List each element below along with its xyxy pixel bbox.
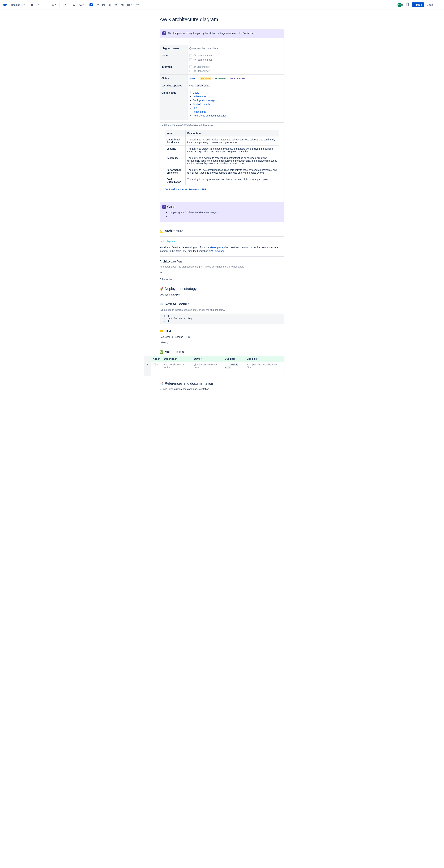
image-button[interactable]	[101, 2, 106, 8]
add-diagram-link[interactable]: <Add diagram>	[160, 240, 284, 243]
deployment-heading[interactable]: 🚀 Deployment strategy	[160, 287, 284, 291]
more-actions-button[interactable]: ⋯	[436, 2, 441, 8]
info-icon: F	[162, 31, 166, 35]
due-cell[interactable]: e.g., Mar 5, 2020	[223, 362, 245, 370]
restapi-desc[interactable]: Type /code to insert a code snippet, or …	[160, 308, 284, 312]
pillar-name: Cost Optimization	[165, 176, 185, 185]
aws-pdf-link[interactable]: AWS Well Architected Framework PDF	[165, 188, 279, 191]
row-number: 1	[144, 362, 151, 370]
alignment-dropdown[interactable]: ▼	[50, 2, 58, 8]
page-title[interactable]: AWS architecture diagram	[160, 17, 284, 22]
bold-button[interactable]: B	[29, 2, 35, 8]
layouts-button[interactable]: ▼	[126, 2, 133, 8]
flow-list[interactable]	[160, 270, 284, 276]
chevron-down-icon: ▼	[138, 4, 140, 6]
toc-sla[interactable]: SLA	[193, 106, 197, 110]
flow-heading[interactable]: Architecture flow	[160, 260, 284, 263]
status-draft: DRAFT	[189, 77, 197, 80]
marketplace-link[interactable]: Marketplace	[210, 246, 223, 249]
goals-heading[interactable]: F Goals	[162, 205, 282, 209]
aws-diagram-link[interactable]: AWS diagram	[209, 250, 224, 252]
checkbox-icon[interactable]	[189, 54, 192, 57]
avatar-group: CK +	[398, 3, 404, 7]
flow-desc[interactable]: Add detail about the architecture diagra…	[160, 265, 284, 269]
checkbox-icon[interactable]	[189, 70, 192, 72]
toc-goals[interactable]: Goals	[193, 91, 199, 94]
toc-architecture[interactable]: Architecture	[193, 95, 206, 98]
goals-list[interactable]: List your goals for these architecture c…	[162, 211, 282, 218]
toc-deployment[interactable]: Deployment strategy	[193, 99, 215, 102]
jira-cell[interactable]: Add your Jira ticket by typing / Jira.	[245, 362, 284, 370]
action-cell[interactable]: T	[151, 362, 162, 370]
sla-heading[interactable]: 🤝 SLA	[160, 329, 284, 333]
pillar-desc: The ability to protect information, syst…	[185, 146, 279, 155]
refs-heading[interactable]: 📑 References and documentation	[160, 381, 284, 385]
numbered-list-button[interactable]: 123 ▼	[78, 2, 85, 8]
link-button[interactable]	[95, 2, 100, 8]
row-number: 2	[144, 370, 151, 376]
actions-heading[interactable]: ✅ Action Items	[160, 350, 284, 354]
text-style-dropdown[interactable]: Heading 2 ▼	[10, 3, 26, 7]
triangle-ruler-icon: 📐	[160, 229, 163, 233]
expand-toggle[interactable]: ▼ Pillars of the AWS Well-Architected Fr…	[160, 123, 284, 128]
user-avatar[interactable]: CK	[398, 3, 402, 7]
bullet-list-button[interactable]	[71, 2, 77, 8]
goals-item-empty[interactable]	[169, 215, 282, 218]
more-formatting-button[interactable]: ⋯	[42, 2, 47, 8]
meta-lastdate-label: Last date updated	[160, 82, 187, 89]
chevron-down-icon: ▼	[82, 4, 84, 6]
meta-onpage-label: On this page	[160, 89, 187, 120]
informed-item[interactable]: @ Stakeholder	[189, 70, 282, 72]
meta-status-label: Status	[160, 75, 187, 82]
code-snippet[interactable]: 1{ 2 "samplecode: string" 3}	[160, 313, 284, 323]
desc-cell[interactable]: Add details to your action	[162, 362, 192, 370]
team-item[interactable]: @ Team member	[189, 58, 282, 61]
restapi-heading[interactable]: ⌨️ Rest API details	[160, 302, 284, 306]
request-changes-button[interactable]	[406, 2, 410, 7]
owner-cell[interactable]: @ mention the owner here	[192, 362, 223, 370]
col-owner: Owner	[192, 356, 223, 362]
goals-item[interactable]: List your goals for these architecture c…	[169, 211, 282, 214]
close-button[interactable]: Close	[425, 2, 434, 7]
checkbox-icon[interactable]	[189, 58, 192, 61]
checkbox-icon[interactable]	[189, 65, 192, 68]
mention-button[interactable]: @	[107, 2, 112, 8]
intro-text[interactable]: This template is brought to you by Lucid…	[168, 31, 255, 35]
pillar-desc: The ability of a system to recover from …	[185, 155, 279, 167]
pillar-name: Performance Efficiency	[165, 167, 185, 176]
table-button[interactable]	[119, 2, 125, 8]
toc-refs[interactable]: References and documentation	[193, 114, 227, 117]
pillar-name: Reliability	[165, 155, 185, 167]
meta-owner-placeholder[interactable]: @ mention the owner here	[189, 47, 218, 50]
informed-item[interactable]: @ Stakeholder	[189, 65, 282, 68]
intro-panel: F This template is brought to you by Luc…	[160, 29, 284, 38]
action-item-button[interactable]	[88, 2, 94, 8]
sla-rps[interactable]: Requests Per Second (RPS):	[160, 335, 284, 339]
architecture-heading[interactable]: 📐 Architecture	[160, 229, 284, 233]
refs-item-empty[interactable]	[163, 391, 284, 393]
page-content: AWS architecture diagram F This template…	[156, 10, 288, 409]
meta-status-value[interactable]: DRAFT/ IN REVIEW/ APPROVED/ IN PRODUCTIO…	[187, 75, 284, 82]
toc-actions[interactable]: Action Items	[193, 111, 206, 113]
chevron-down-icon: ▼	[23, 4, 25, 6]
text-color-dropdown[interactable]: A ▼	[61, 2, 69, 8]
team-item[interactable]: @ Team member	[189, 54, 282, 57]
sla-latency[interactable]: Latency:	[160, 341, 284, 344]
architecture-desc[interactable]: Install your favorite diagramming app fr…	[160, 246, 284, 253]
svg-rect-10	[80, 5, 81, 5]
other-notes[interactable]: Other notes:	[160, 278, 284, 281]
deployment-region[interactable]: Deployment region:	[160, 293, 284, 297]
italic-button[interactable]: I	[36, 2, 41, 8]
meta-owner-label: Diagram owner	[160, 45, 187, 52]
separator	[59, 3, 60, 7]
checkbox-icon[interactable]	[153, 363, 156, 366]
insert-dropdown[interactable]: + ▼	[134, 2, 142, 8]
meta-lastdate-value[interactable]: e.g., Feb 20, 2020	[187, 82, 284, 89]
pillar-name: Operational Excellence	[165, 136, 185, 146]
emoji-button[interactable]	[113, 2, 119, 8]
publish-button[interactable]: Publish	[412, 2, 424, 7]
action-placeholder: T	[157, 363, 158, 366]
refs-item[interactable]: Add links to references and documentatio…	[163, 388, 284, 391]
toc-restapi[interactable]: Rest API details	[193, 103, 210, 105]
refs-list[interactable]: Add links to references and documentatio…	[160, 388, 284, 393]
